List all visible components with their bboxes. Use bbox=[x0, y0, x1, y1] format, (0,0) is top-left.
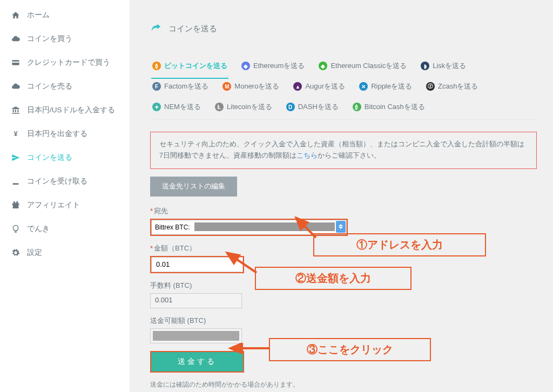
send-icon bbox=[11, 153, 21, 163]
bch-coin-icon: ₿ bbox=[353, 103, 361, 111]
send-button-wrap: 送金する bbox=[150, 351, 244, 373]
xmr-coin-icon: M bbox=[222, 82, 231, 91]
sidebar-item-home[interactable]: ホーム bbox=[0, 3, 130, 27]
sidebar-item-label: コインを売る bbox=[27, 82, 72, 91]
coin-tab-xmr[interactable]: MMoneroを送る bbox=[222, 82, 279, 91]
required-mark: * bbox=[150, 207, 153, 215]
edit-destination-list-button[interactable]: 送金先リストの編集 bbox=[150, 177, 237, 197]
coin-tab-label: Litecoinを送る bbox=[227, 102, 272, 112]
amount-input[interactable] bbox=[151, 257, 243, 272]
sidebar-item-label: コインを受け取る bbox=[27, 177, 87, 186]
coin-tab-label: Factomを送る bbox=[164, 82, 208, 91]
coin-tab-btc[interactable]: ₿ビットコインを送る bbox=[152, 61, 227, 71]
ltc-coin-icon: Ł bbox=[215, 103, 224, 111]
eth-coin-icon: ◆ bbox=[241, 62, 250, 70]
coin-tab-label: Moneroを送る bbox=[234, 82, 279, 91]
destination-group: *宛先 Bittrex BTC: bbox=[150, 206, 537, 236]
cloud-upload-icon bbox=[11, 82, 21, 91]
fee-value: 0.001 bbox=[150, 293, 242, 308]
sidebar: ホーム コインを買う クレジットカードで買う コインを売る 日本円/USドルを入… bbox=[0, 0, 130, 392]
coin-tab-label: Rippleを送る bbox=[371, 82, 412, 91]
coin-tab-dash[interactable]: DDASHを送る bbox=[286, 102, 339, 112]
bulb-icon bbox=[11, 224, 21, 234]
sidebar-item-label: クレジットカードで買う bbox=[27, 58, 110, 67]
sidebar-item-send-coin[interactable]: コインを送る bbox=[0, 146, 130, 170]
coin-tab-bch[interactable]: ₿Bitcoin Cashを送る bbox=[353, 102, 425, 112]
etc-coin-icon: ◆ bbox=[319, 62, 327, 70]
notice-text-2: からご確認下さい。 bbox=[318, 152, 381, 159]
sidebar-item-sell-coin[interactable]: コインを売る bbox=[0, 75, 130, 98]
available-label: 送金可能額 (BTC) bbox=[150, 316, 537, 326]
coin-tab-label: Zcashを送る bbox=[438, 82, 478, 91]
sidebar-item-label: 設定 bbox=[27, 248, 42, 258]
amount-input-wrap bbox=[150, 256, 244, 273]
btc-coin-icon: ₿ bbox=[152, 62, 161, 70]
xem-coin-icon: ✦ bbox=[152, 103, 161, 111]
zec-coin-icon: ⓩ bbox=[426, 82, 435, 91]
yen-icon: ¥ bbox=[11, 129, 21, 139]
coin-tab-etc[interactable]: ◆Ethereum Classicを送る bbox=[319, 61, 407, 71]
sidebar-item-affiliate[interactable]: アフィリエイト bbox=[0, 193, 130, 217]
annotation-1: ①アドレスを入力 bbox=[313, 233, 486, 256]
svg-text:¥: ¥ bbox=[14, 130, 18, 138]
sidebar-item-label: コインを送る bbox=[27, 153, 72, 163]
coin-tabs: ₿ビットコインを送る◆Ethereumを送る◆Ethereum Classicを… bbox=[150, 61, 537, 120]
send-button[interactable]: 送金する bbox=[151, 352, 243, 371]
footer-note: 送金には確認のため時間がかかる場合があります。 bbox=[150, 380, 537, 389]
sidebar-item-label: 日本円/USドルを入金する bbox=[27, 105, 115, 115]
notice-link[interactable]: こちら bbox=[296, 152, 318, 159]
send-arrow-icon bbox=[150, 22, 162, 36]
main-content: コインを送る ₿ビットコインを送る◆Ethereumを送る◆Ethereum C… bbox=[130, 0, 553, 392]
svg-rect-1 bbox=[12, 62, 19, 63]
gift-icon bbox=[11, 200, 21, 210]
lsk-coin-icon: ◗ bbox=[421, 62, 429, 70]
coin-tab-label: ビットコインを送る bbox=[164, 61, 227, 71]
sidebar-item-buy-coin[interactable]: コインを買う bbox=[0, 27, 130, 51]
rep-coin-icon: ▲ bbox=[293, 82, 302, 91]
credit-card-icon bbox=[11, 58, 21, 67]
coin-tab-rep[interactable]: ▲Augurを送る bbox=[293, 82, 345, 91]
cloud-download-icon bbox=[11, 34, 21, 44]
coin-tab-label: NEMを送る bbox=[164, 102, 201, 112]
page-title: コインを送る bbox=[150, 22, 537, 36]
page-title-text: コインを送る bbox=[168, 24, 217, 34]
coin-tab-eth[interactable]: ◆Ethereumを送る bbox=[241, 61, 305, 71]
sidebar-item-receive-coin[interactable]: コインを受け取る bbox=[0, 170, 130, 193]
gear-icon bbox=[11, 248, 21, 258]
dash-coin-icon: D bbox=[286, 103, 295, 111]
fct-coin-icon: F bbox=[152, 82, 161, 91]
coin-tab-lsk[interactable]: ◗Liskを送る bbox=[421, 61, 466, 71]
sidebar-item-label: 日本円を出金する bbox=[27, 129, 87, 139]
coin-tab-xrp[interactable]: ✕Rippleを送る bbox=[359, 82, 412, 91]
sidebar-item-settings[interactable]: 設定 bbox=[0, 241, 130, 265]
required-mark: * bbox=[150, 244, 153, 252]
coin-tab-xem[interactable]: ✦NEMを送る bbox=[152, 102, 201, 112]
bank-icon bbox=[11, 105, 21, 115]
coin-tab-label: Ethereum Classicを送る bbox=[331, 61, 407, 71]
sidebar-item-deposit-fiat[interactable]: 日本円/USドルを入金する bbox=[0, 98, 130, 122]
coin-tab-label: DASHを送る bbox=[298, 102, 339, 112]
sidebar-item-label: コインを買う bbox=[27, 34, 72, 44]
coin-tab-label: Bitcoin Cashを送る bbox=[365, 102, 425, 112]
sidebar-item-denki[interactable]: でんき bbox=[0, 217, 130, 241]
coin-tab-zec[interactable]: ⓩZcashを送る bbox=[426, 82, 478, 91]
coin-tab-fct[interactable]: FFactomを送る bbox=[152, 82, 208, 91]
select-stepper-icon[interactable] bbox=[336, 221, 346, 233]
home-icon bbox=[11, 10, 21, 20]
security-notice: セキュリティ向上のため、クイック入金で入金した資産（相当額）、またはコンビニ入金… bbox=[150, 132, 537, 169]
sidebar-item-label: アフィリエイト bbox=[27, 200, 80, 210]
annotation-3: ③ここをクリック bbox=[269, 338, 431, 361]
sidebar-item-label: でんき bbox=[27, 224, 50, 234]
sidebar-item-buy-card[interactable]: クレジットカードで買う bbox=[0, 51, 130, 75]
sidebar-item-label: ホーム bbox=[27, 10, 50, 20]
coin-tab-label: Liskを送る bbox=[433, 61, 466, 71]
xrp-coin-icon: ✕ bbox=[359, 82, 368, 91]
destination-label: *宛先 bbox=[150, 206, 537, 216]
sidebar-item-withdraw-jpy[interactable]: ¥ 日本円を出金する bbox=[0, 122, 130, 146]
destination-masked-value bbox=[194, 222, 335, 231]
annotation-2: ②送金額を入力 bbox=[255, 267, 412, 290]
download-icon bbox=[11, 177, 21, 186]
available-value bbox=[150, 328, 242, 343]
coin-tab-ltc[interactable]: ŁLitecoinを送る bbox=[215, 102, 272, 112]
coin-tab-label: Ethereumを送る bbox=[253, 61, 305, 71]
